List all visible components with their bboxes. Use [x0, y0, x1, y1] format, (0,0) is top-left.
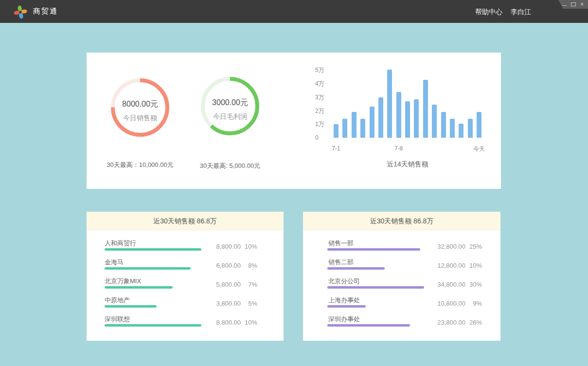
row-bar: [105, 248, 201, 251]
sales-bar[interactable]: [334, 124, 339, 138]
username-link[interactable]: 李白江: [511, 8, 531, 17]
row-amount: 23,800.00: [428, 319, 465, 326]
department-rows: 销售一部32,800.0025%销售二部12,800.0010%北京分公司34,…: [303, 230, 500, 332]
row-percent: 10%: [241, 243, 257, 250]
today-sales-label: 今日销售额: [109, 114, 171, 123]
sales-bar[interactable]: [405, 101, 410, 138]
y-tick: 3万: [315, 94, 324, 101]
customer-row[interactable]: 中原地产3,800.005%: [87, 294, 284, 313]
customer-row[interactable]: 人和商贸行8,800.0010%: [87, 238, 284, 256]
department-row[interactable]: 销售二部12,800.0010%: [303, 256, 500, 275]
window-controls: ✕: [558, 0, 588, 9]
y-tick: 1万: [315, 121, 324, 128]
today-sales-donut[interactable]: 8000.00元 今日销售额: [109, 77, 171, 138]
today-sales-value: 8000.00元: [109, 99, 171, 110]
row-name: 深圳办事处: [328, 315, 360, 324]
help-center-link[interactable]: 帮助中心: [475, 8, 502, 17]
customer-row[interactable]: 北京万象MIX5,800.007%: [87, 275, 284, 294]
row-name: 北京分公司: [328, 277, 360, 286]
y-tick: 0: [315, 134, 319, 141]
sales-bar[interactable]: [468, 119, 473, 138]
row-amount: 3,800.00: [203, 300, 241, 307]
x-tick: 7-8: [394, 145, 403, 152]
summary-card: 8000.00元 今日销售额 30天最高：10,000.00元 3000.00元…: [87, 53, 501, 189]
row-percent: 9%: [465, 300, 482, 307]
row-amount: 32,800.00: [428, 243, 465, 250]
row-name: 深圳联想: [105, 315, 130, 324]
chart-title: 近14天销售额: [334, 160, 481, 169]
row-name: 北京万象MIX: [105, 277, 141, 286]
row-bar: [327, 324, 410, 327]
row-amount: 8,800.00: [203, 243, 241, 250]
bar-series: [334, 70, 481, 138]
app-logo-pinwheel-icon: [13, 4, 28, 19]
row-percent: 26%: [465, 319, 482, 326]
row-bar: [105, 305, 157, 308]
row-bar: [105, 324, 201, 327]
sales-bar[interactable]: [342, 119, 347, 138]
sales-bar[interactable]: [459, 124, 463, 138]
customer-rows: 人和商贸行8,800.0010%金海马6,800.008%北京万象MIX5,80…: [87, 230, 284, 332]
sales-bar[interactable]: [370, 107, 374, 138]
department-row[interactable]: 北京分公司34,800.0030%: [303, 275, 500, 294]
row-amount: 12,800.00: [428, 262, 465, 269]
row-name: 人和商贸行: [105, 239, 136, 248]
daily-sales-bar-chart: 5万 4万 3万 2万 1万 0 7-17-8今天 近14天销售额: [315, 67, 495, 182]
today-profit-value: 3000.00元: [199, 98, 261, 108]
row-name: 销售二部: [328, 258, 354, 267]
department-row[interactable]: 深圳办事处23,800.0026%: [303, 313, 500, 332]
sales-bar[interactable]: [396, 92, 401, 138]
y-tick: 2万: [315, 108, 324, 114]
row-percent: 8%: [241, 262, 257, 269]
profit-30day-max: 30天最高: 5,000.00元: [179, 162, 281, 170]
sales-bar[interactable]: [423, 80, 428, 138]
sales-bar[interactable]: [441, 112, 446, 138]
row-amount: 10,800.00: [428, 300, 465, 307]
row-percent: 7%: [241, 281, 257, 288]
x-tick: 7-1: [332, 145, 340, 152]
row-name: 上海办事处: [328, 296, 360, 305]
row-amount: 5,800.00: [203, 281, 241, 288]
minimize-icon[interactable]: [562, 5, 567, 6]
row-name: 销售一部: [328, 239, 354, 248]
row-percent: 10%: [465, 262, 482, 269]
sales-bar[interactable]: [378, 97, 383, 138]
customer-row[interactable]: 深圳联想8,800.0010%: [87, 313, 284, 332]
customer-ranking-card: 近30天销售额 86.8万 人和商贸行8,800.0010%金海马6,800.0…: [87, 212, 284, 341]
row-percent: 25%: [465, 243, 482, 250]
row-bar: [327, 248, 420, 251]
sales-bar[interactable]: [450, 119, 455, 138]
customer-row[interactable]: 金海马6,800.008%: [87, 256, 284, 275]
x-tick: 今天: [473, 145, 485, 153]
row-bar: [327, 286, 424, 289]
department-row[interactable]: 上海办事处10,800.009%: [303, 294, 500, 313]
close-icon[interactable]: ✕: [580, 2, 584, 7]
sales-bar[interactable]: [352, 112, 356, 138]
sales-30day-max: 30天最高：10,000.00元: [89, 161, 191, 169]
row-percent: 5%: [241, 300, 257, 307]
y-tick: 4万: [315, 80, 324, 87]
today-profit-label: 今日毛利润: [199, 112, 261, 121]
sales-bar[interactable]: [477, 112, 481, 138]
row-bar: [105, 267, 191, 270]
app-title: 商贸通: [33, 7, 58, 16]
row-bar: [327, 305, 366, 308]
sales-bar[interactable]: [360, 119, 365, 138]
row-percent: 30%: [465, 281, 482, 288]
customer-card-title: 近30天销售额 86.8万: [87, 212, 284, 230]
row-name: 中原地产: [105, 296, 130, 305]
sales-bar[interactable]: [387, 70, 392, 138]
row-name: 金海马: [105, 258, 124, 267]
department-card-title: 近30天销售额 86.8万: [303, 212, 500, 230]
department-row[interactable]: 销售一部32,800.0025%: [303, 238, 500, 256]
maximize-icon[interactable]: [571, 2, 576, 6]
row-amount: 34,800.00: [428, 281, 465, 288]
row-amount: 6,800.00: [203, 262, 241, 269]
today-profit-donut[interactable]: 3000.00元 今日毛利润: [199, 75, 261, 137]
department-ranking-card: 近30天销售额 86.8万 销售一部32,800.0025%销售二部12,800…: [303, 212, 500, 341]
row-percent: 10%: [241, 319, 257, 326]
sales-bar[interactable]: [414, 99, 419, 138]
y-tick: 5万: [315, 67, 324, 73]
sales-bar[interactable]: [432, 105, 437, 138]
row-bar: [105, 286, 173, 289]
